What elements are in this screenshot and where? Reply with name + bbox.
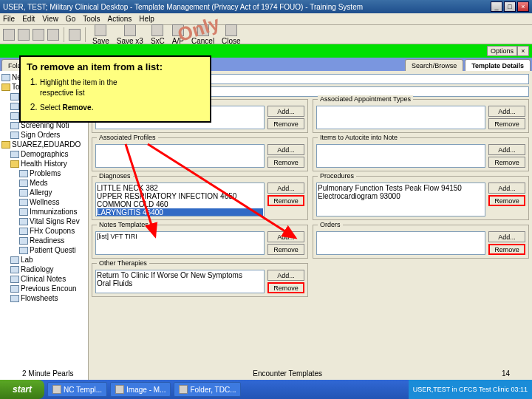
file-icon	[19, 180, 28, 187]
tree-item[interactable]: Lab	[1, 255, 86, 265]
tree-item[interactable]: Allergy	[1, 188, 86, 197]
panel-profiles: Associated Profiles Add... Remove	[92, 137, 308, 171]
notes-add-button[interactable]: Add...	[267, 231, 304, 242]
file-icon	[19, 170, 28, 177]
folder-icon	[10, 160, 19, 168]
orders-remove-button[interactable]: Remove	[488, 244, 525, 255]
tree-item[interactable]: Problems	[1, 168, 86, 178]
menu-tools[interactable]: Tools	[83, 15, 100, 23]
taskbar-item[interactable]: NC Templ...	[47, 382, 107, 397]
options-button[interactable]: Options	[487, 46, 517, 56]
diagnoses-remove-button[interactable]: Remove	[267, 195, 304, 206]
menu-view[interactable]: View	[42, 15, 58, 23]
tree-item[interactable]: Previous Encoun	[1, 284, 86, 293]
tree-item[interactable]: Radiology	[1, 265, 86, 274]
procedures-add-button[interactable]: Add...	[488, 183, 525, 194]
menu-help[interactable]: Help	[139, 15, 154, 23]
diagnoses-add-button[interactable]: Add...	[267, 183, 304, 194]
maximize-button[interactable]: □	[504, 1, 516, 12]
panel-procedures: Procedures Pulmonary Function Tests Peak…	[313, 176, 529, 220]
tree-item[interactable]: Readiness	[1, 236, 86, 245]
tab-template-details[interactable]: Template Details	[465, 59, 531, 71]
savex3-button[interactable]: Save x3	[115, 24, 146, 45]
diagnoses-list[interactable]: LITTLE NECK 382UPPER RESPIRATORY INFECTI…	[95, 183, 265, 216]
tab-search-browse[interactable]: Search/Browse	[405, 59, 463, 71]
file-icon	[1, 74, 10, 81]
panel-orders: Orders Add... Remove	[313, 225, 529, 259]
file-icon	[10, 285, 19, 293]
menu-file[interactable]: File	[3, 15, 15, 23]
cancel-button[interactable]: Cancel	[189, 24, 216, 45]
system-tray[interactable]: USER,TEST in CFCS Test Clinic 03:11	[409, 380, 532, 399]
close-bar-button[interactable]: ×	[517, 46, 529, 56]
notes-remove-button[interactable]: Remove	[267, 244, 304, 255]
ap-button[interactable]: A/P	[170, 24, 186, 45]
callout-title: To remove an item from a list:	[27, 61, 204, 72]
toolbar-icon[interactable]	[33, 29, 44, 41]
menu-actions[interactable]: Actions	[108, 15, 132, 23]
reasons-remove-button[interactable]: Remove	[267, 118, 304, 129]
panel-diagnoses: Diagnoses LITTLE NECK 382UPPER RESPIRATO…	[92, 176, 308, 220]
appt-list[interactable]	[316, 106, 485, 129]
reasons-add-button[interactable]: Add...	[267, 106, 304, 117]
close-toolbar-button[interactable]: Close	[219, 24, 243, 45]
file-icon	[19, 189, 28, 197]
tree-item[interactable]: SUAREZ,EDUARDO	[1, 140, 86, 149]
tree-item[interactable]: Meds	[1, 178, 86, 188]
tree-item[interactable]: Vital Signs Rev	[1, 216, 86, 226]
footer-center: Encounter Templates	[253, 369, 322, 378]
tree-item[interactable]: FHx Coupons	[1, 226, 86, 236]
tree-item[interactable]: Flowsheets	[1, 293, 86, 303]
notes-list[interactable]: [list] VFT TIRI	[95, 231, 265, 255]
appt-add-button[interactable]: Add...	[488, 106, 525, 117]
autocite-remove-button[interactable]: Remove	[488, 157, 525, 168]
toolbar-icon[interactable]	[47, 29, 59, 41]
tree-item[interactable]: Immunizations	[1, 207, 86, 216]
panel-notes-templates: Notes Templates [list] VFT TIRI Add... R…	[92, 225, 308, 259]
file-icon	[19, 218, 28, 225]
procedures-remove-button[interactable]: Remove	[488, 195, 525, 206]
instruction-callout: To remove an item from a list: Highlight…	[19, 55, 211, 123]
tree-item[interactable]: Demographics	[1, 149, 86, 159]
tree-item[interactable]: Health History	[1, 159, 86, 168]
tree-item[interactable]: Wellness	[1, 197, 86, 207]
other-remove-button[interactable]: Remove	[267, 282, 304, 293]
file-icon	[10, 266, 19, 273]
taskbar-item[interactable]: Folder, TDC...	[174, 382, 241, 397]
tree-item[interactable]: Sign Orders	[1, 130, 86, 140]
start-button[interactable]: start	[0, 380, 44, 399]
orders-add-button[interactable]: Add...	[488, 231, 525, 242]
toolbar-icon[interactable]	[69, 29, 81, 41]
profiles-add-button[interactable]: Add...	[267, 144, 304, 155]
file-icon	[10, 256, 19, 264]
close-button[interactable]: ×	[517, 1, 529, 12]
procedures-list[interactable]: Pulmonary Function Tests Peak Flow 94150…	[316, 183, 485, 216]
save-button[interactable]: Save	[90, 24, 112, 45]
window-titlebar: USER, TEST; Military Clinical Desktop - …	[0, 0, 532, 13]
orders-list[interactable]	[316, 231, 485, 255]
toolbar-icon[interactable]	[3, 29, 15, 41]
appt-remove-button[interactable]: Remove	[488, 118, 525, 129]
sxc-button[interactable]: SxC	[149, 24, 167, 45]
file-icon	[19, 228, 28, 235]
autocite-list[interactable]	[316, 144, 485, 168]
menu-go[interactable]: Go	[66, 15, 75, 23]
menu-edit[interactable]: Edit	[22, 15, 35, 23]
file-icon	[10, 122, 19, 129]
template-name-input[interactable]	[161, 74, 529, 84]
profiles-list[interactable]	[95, 144, 265, 168]
profiles-remove-button[interactable]: Remove	[267, 157, 304, 168]
other-list[interactable]: Return To Clinic If Worse Or New Symptom…	[95, 270, 265, 293]
panel-appt-types: Associated Appointment Types Add... Remo…	[313, 99, 529, 133]
tree-item[interactable]: Clinical Notes	[1, 274, 86, 284]
menubar: File Edit View Go Tools Actions Help	[0, 13, 532, 25]
taskbar-item[interactable]: Image - M...	[110, 382, 171, 397]
tree-item[interactable]: Patient Questi	[1, 245, 86, 255]
window-title: USER, TEST; Military Clinical Desktop - …	[3, 3, 491, 11]
file-icon	[19, 247, 28, 254]
autocite-add-button[interactable]: Add...	[488, 144, 525, 155]
toolbar-icon[interactable]	[18, 29, 30, 41]
other-add-button[interactable]: Add...	[267, 270, 304, 281]
panel-other-therapies: Other Therapies Return To Clinic If Wors…	[92, 263, 308, 297]
minimize-button[interactable]: _	[491, 1, 502, 12]
